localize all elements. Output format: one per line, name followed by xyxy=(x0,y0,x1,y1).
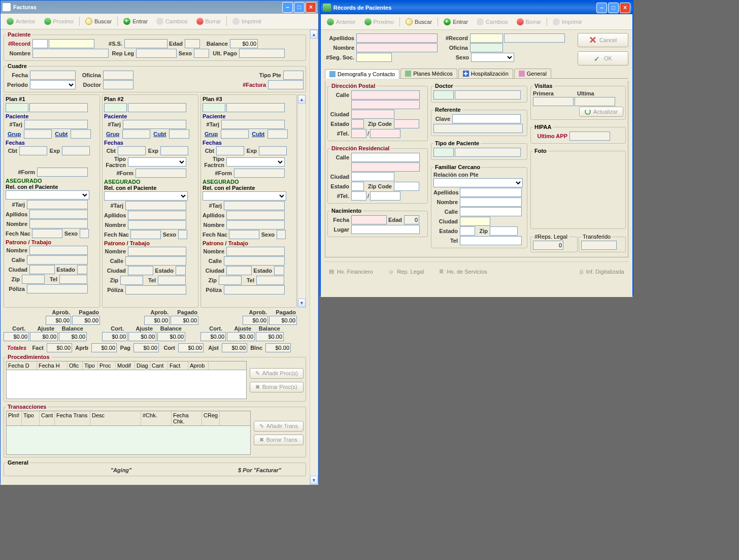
col-header[interactable]: #Chk. xyxy=(141,411,172,425)
pat-nombre[interactable] xyxy=(128,247,186,256)
dr-calle2[interactable] xyxy=(351,162,420,172)
buscar-button[interactable]: Buscar xyxy=(81,16,116,27)
aseg-fechnac[interactable] xyxy=(130,230,161,239)
pat-ciudad[interactable] xyxy=(226,266,252,275)
minimize-button[interactable]: – xyxy=(596,3,607,13)
sexo-input[interactable] xyxy=(194,49,209,58)
trans-val[interactable] xyxy=(581,241,617,250)
dp-calle[interactable] xyxy=(351,90,420,100)
sexo-select[interactable] xyxy=(471,53,514,62)
relpte-select[interactable] xyxy=(104,191,188,201)
aseg-tarj[interactable] xyxy=(125,201,186,210)
aseg-fechnac[interactable] xyxy=(32,229,62,238)
dp-tel1[interactable] xyxy=(351,129,366,138)
grup-link[interactable]: Grup xyxy=(203,131,220,137)
plan-name[interactable] xyxy=(128,103,186,112)
aseg-tarj[interactable] xyxy=(224,201,285,210)
oficina-input[interactable] xyxy=(470,43,503,52)
pat-ciudad[interactable] xyxy=(128,266,153,275)
plans-scrollbar[interactable]: ▲ ▼ xyxy=(297,94,306,308)
anterior-button[interactable]: Anterior xyxy=(323,16,360,27)
del-trans-button[interactable]: ✖Borrar Trans xyxy=(254,435,304,445)
nombre-input[interactable] xyxy=(356,43,438,52)
tipopte-input[interactable] xyxy=(283,71,304,80)
dr-estado[interactable] xyxy=(351,182,364,191)
col-header[interactable]: Cant xyxy=(150,361,168,370)
aseg-nombre[interactable] xyxy=(128,220,186,229)
cbt-input[interactable] xyxy=(216,146,244,155)
dp-tel2[interactable] xyxy=(370,129,400,138)
edad-input[interactable] xyxy=(185,39,200,48)
cambios-button[interactable]: Cambios xyxy=(473,16,512,27)
ss-input[interactable] xyxy=(124,39,167,48)
cambios-button[interactable]: Cambios xyxy=(152,16,191,27)
exp-input[interactable] xyxy=(160,146,188,155)
entrar-button[interactable]: Entrar xyxy=(440,16,472,27)
tab-demografia[interactable]: Demografía y Contacto xyxy=(325,69,399,79)
tab-general[interactable]: General xyxy=(514,69,551,78)
fecha-input[interactable] xyxy=(30,71,76,80)
buscar-button[interactable]: Buscar xyxy=(401,16,436,27)
col-header[interactable]: Tipo xyxy=(22,411,40,425)
plan-name[interactable] xyxy=(29,103,88,112)
cancel-button[interactable]: Cancel xyxy=(578,33,628,47)
entrar-button[interactable]: Entrar xyxy=(119,16,152,27)
vis-ultima[interactable] xyxy=(575,97,615,106)
add-proc-button[interactable]: ✎Añadir Proc(s) xyxy=(250,368,304,379)
pat-calle[interactable] xyxy=(224,256,285,266)
scroll-down-button[interactable]: ▼ xyxy=(310,476,318,484)
add-trans-button[interactable]: ✎Añadir Trans xyxy=(254,421,304,432)
grup-input[interactable] xyxy=(122,129,150,139)
grup-input[interactable] xyxy=(24,129,52,139)
pat-poliza[interactable] xyxy=(224,285,285,294)
ultpago-input[interactable] xyxy=(239,49,285,58)
apellidos-input[interactable] xyxy=(356,34,438,43)
hx-servicios-link[interactable]: ≣Hx. de Servicios xyxy=(439,268,487,275)
tp-code[interactable] xyxy=(433,148,454,157)
col-header[interactable]: Fecha Trans xyxy=(55,411,90,425)
del-proc-button[interactable]: ✖Borrar Proc(s) xyxy=(250,382,304,392)
pat-tel[interactable] xyxy=(158,276,186,285)
plan-name[interactable] xyxy=(226,103,285,112)
imprimir-button[interactable]: Imprimir xyxy=(228,16,266,27)
record-aux-input[interactable] xyxy=(504,34,565,43)
form-input[interactable] xyxy=(234,169,285,178)
cubt-input[interactable] xyxy=(71,129,91,139)
dp-calle2[interactable] xyxy=(351,100,420,109)
vis-primera[interactable] xyxy=(533,97,574,106)
pat-ciudad[interactable] xyxy=(29,265,55,274)
record-input-1[interactable] xyxy=(32,39,48,48)
borrar-button[interactable]: Borrar xyxy=(192,16,225,27)
hipaa-input[interactable] xyxy=(569,131,610,141)
nac-lugar[interactable] xyxy=(351,225,420,234)
fam-nombre[interactable] xyxy=(460,197,522,207)
periodo-select[interactable] xyxy=(30,80,76,89)
pat-poliza[interactable] xyxy=(27,284,88,293)
inf-digitalizada-link[interactable]: ⎙Inf. Digitalizada xyxy=(580,268,624,275)
nombre-input[interactable] xyxy=(32,49,109,58)
fam-ciudad[interactable] xyxy=(460,217,490,226)
aseg-apll[interactable] xyxy=(29,210,88,219)
pat-estado[interactable] xyxy=(77,265,87,274)
cubt-link[interactable]: Cubt xyxy=(151,131,168,137)
doctor-input[interactable] xyxy=(103,80,133,89)
dr-calle[interactable] xyxy=(351,153,420,162)
aseg-nombre[interactable] xyxy=(226,220,285,229)
plan-code[interactable] xyxy=(203,103,225,112)
ref-clave[interactable] xyxy=(452,114,521,123)
tipofact-select[interactable] xyxy=(226,157,285,167)
record-input-2[interactable] xyxy=(49,39,94,48)
ok-button[interactable]: OK xyxy=(578,51,628,65)
col-header[interactable]: Proc xyxy=(98,361,116,370)
proximo-button[interactable]: Proximo xyxy=(40,16,78,27)
scroll-up-button[interactable]: ▲ xyxy=(310,30,318,39)
cubt-link[interactable]: Cubt xyxy=(53,131,70,137)
relpte-select[interactable] xyxy=(203,191,286,201)
pat-zip[interactable] xyxy=(120,276,143,285)
aseg-sexo[interactable] xyxy=(277,230,286,239)
col-header[interactable]: CReg xyxy=(202,411,220,425)
nac-fecha[interactable] xyxy=(351,215,387,224)
col-header[interactable]: Fecha D xyxy=(7,361,37,370)
grup-input[interactable] xyxy=(221,129,249,139)
facturas-titlebar[interactable]: Facturas – □ × xyxy=(1,1,318,14)
